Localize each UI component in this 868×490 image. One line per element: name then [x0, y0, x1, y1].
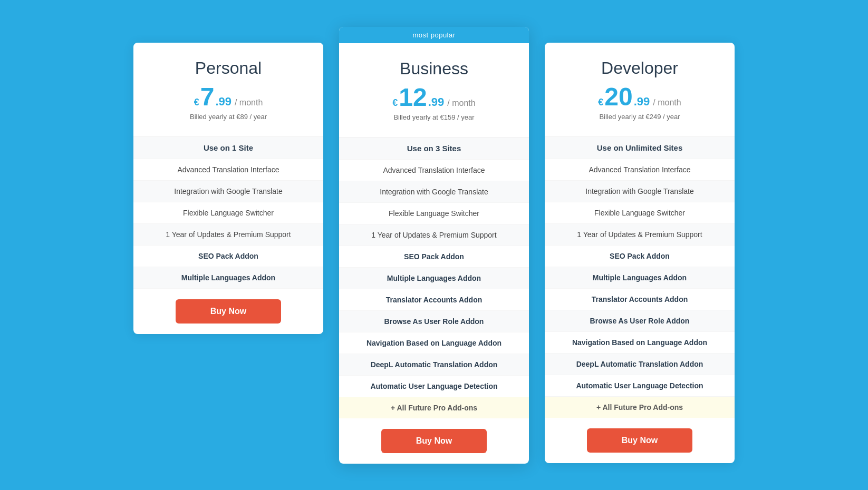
feature-item: Advanced Translation Interface	[339, 160, 529, 181]
price-decimal-developer: .99	[634, 95, 650, 109]
price-currency-personal: €	[194, 97, 199, 107]
plan-card-personal: Personal € 7 .99 / month Billed yearly a…	[133, 43, 323, 334]
features-list-business: Use on 3 SitesAdvanced Translation Inter…	[339, 137, 529, 418]
feature-item: 1 Year of Updates & Premium Support	[339, 224, 529, 246]
pricing-container: Personal € 7 .99 / month Billed yearly a…	[91, 27, 777, 464]
plan-name-business: Business	[350, 59, 518, 79]
price-period-personal: / month	[235, 98, 263, 107]
feature-item: Integration with Google Translate	[545, 181, 735, 202]
price-currency-developer: €	[598, 97, 603, 107]
price-period-business: / month	[447, 99, 475, 108]
feature-item: 1 Year of Updates & Premium Support	[545, 224, 735, 246]
feature-item: Flexible Language Switcher	[545, 202, 735, 224]
plan-price-developer: € 20 .99 / month	[555, 84, 724, 110]
feature-item: Navigation Based on Language Addon	[339, 332, 529, 354]
plan-footer-business: Buy Now	[339, 418, 529, 464]
feature-item: Integration with Google Translate	[133, 181, 323, 202]
feature-item: Translator Accounts Addon	[545, 289, 735, 310]
feature-item: 1 Year of Updates & Premium Support	[133, 224, 323, 246]
plan-billing-business: Billed yearly at €159 / year	[350, 113, 518, 121]
feature-item: Use on 3 Sites	[339, 138, 529, 160]
feature-item: + All Future Pro Add-ons	[545, 397, 735, 418]
plan-header-developer: Developer € 20 .99 / month Billed yearly…	[545, 43, 735, 136]
feature-item: Advanced Translation Interface	[545, 159, 735, 181]
plan-price-personal: € 7 .99 / month	[144, 84, 313, 110]
features-list-developer: Use on Unlimited SitesAdvanced Translati…	[545, 136, 735, 418]
feature-item: Automatic User Language Detection	[339, 376, 529, 397]
feature-item: Use on 1 Site	[133, 137, 323, 159]
feature-item: Use on Unlimited Sites	[545, 137, 735, 159]
plan-card-business: most popular Business € 12 .99 / month B…	[339, 27, 529, 464]
feature-item: DeepL Automatic Translation Addon	[339, 354, 529, 376]
featured-badge: most popular	[339, 27, 529, 43]
feature-item: Multiple Languages Addon	[545, 267, 735, 289]
feature-item: Integration with Google Translate	[339, 181, 529, 203]
buy-button-personal[interactable]: Buy Now	[176, 299, 281, 324]
feature-item: Multiple Languages Addon	[339, 268, 529, 289]
buy-button-developer[interactable]: Buy Now	[587, 428, 692, 453]
plan-billing-developer: Billed yearly at €249 / year	[555, 113, 724, 121]
feature-item: Flexible Language Switcher	[133, 202, 323, 224]
feature-item: Browse As User Role Addon	[545, 310, 735, 332]
price-amount-developer: 20	[604, 84, 632, 110]
price-period-developer: / month	[653, 98, 681, 107]
buy-button-business[interactable]: Buy Now	[381, 429, 487, 453]
feature-item: SEO Pack Addon	[133, 246, 323, 267]
price-currency-business: €	[392, 98, 398, 107]
feature-item: Advanced Translation Interface	[133, 159, 323, 181]
plan-name-developer: Developer	[555, 58, 724, 78]
plan-footer-personal: Buy Now	[133, 289, 323, 334]
price-decimal-personal: .99	[215, 95, 232, 109]
plan-header-personal: Personal € 7 .99 / month Billed yearly a…	[133, 43, 323, 136]
features-list-personal: Use on 1 SiteAdvanced Translation Interf…	[133, 136, 323, 289]
feature-item: SEO Pack Addon	[545, 246, 735, 267]
feature-item: Automatic User Language Detection	[545, 375, 735, 397]
feature-item: Flexible Language Switcher	[339, 203, 529, 224]
feature-item: Translator Accounts Addon	[339, 289, 529, 311]
plan-footer-developer: Buy Now	[545, 418, 735, 463]
feature-item: Browse As User Role Addon	[339, 311, 529, 332]
price-amount-business: 12	[399, 85, 427, 110]
price-amount-personal: 7	[200, 84, 215, 110]
feature-item: Multiple Languages Addon	[133, 267, 323, 289]
feature-item: + All Future Pro Add-ons	[339, 397, 529, 418]
feature-item: DeepL Automatic Translation Addon	[545, 354, 735, 375]
plan-name-personal: Personal	[144, 58, 313, 78]
plan-card-developer: Developer € 20 .99 / month Billed yearly…	[545, 43, 735, 463]
plan-price-business: € 12 .99 / month	[350, 85, 518, 110]
feature-item: Navigation Based on Language Addon	[545, 332, 735, 354]
plan-header-business: Business € 12 .99 / month Billed yearly …	[339, 43, 529, 137]
plan-billing-personal: Billed yearly at €89 / year	[144, 113, 313, 121]
feature-item: SEO Pack Addon	[339, 246, 529, 268]
price-decimal-business: .99	[428, 95, 445, 109]
